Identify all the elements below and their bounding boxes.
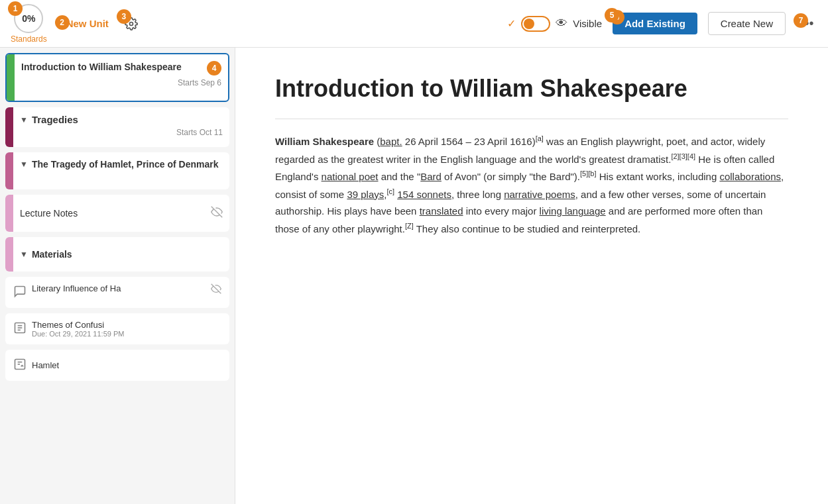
unit-title: Introduction to William Shakespeare (21, 61, 182, 73)
materials-color-bar (5, 237, 13, 272)
materials-card[interactable]: ▼ Materials (5, 237, 229, 272)
content-panel: Introduction to William Shakespeare Will… (235, 48, 828, 504)
themes-title: Themes of Confusi (32, 320, 221, 330)
lecture-color-bar (5, 195, 13, 232)
unit-content: Introduction to William Shakespeare 4 St… (15, 54, 228, 101)
tragedies-content: ▼ Tragedies Starts Oct 11 (13, 107, 229, 147)
hamlet-content: ▼ The Tragedy of Hamlet, Prince of Denma… (13, 152, 229, 189)
content-divider (275, 119, 788, 119)
top-bar: 1 0% Standards 2 + New Unit 3 5 ✓ 👁 Visi… (0, 0, 828, 48)
badge-2: 2 (55, 15, 70, 30)
lecture-title: Lecture Notes (20, 208, 78, 219)
hidden-eye-icon (211, 206, 223, 221)
badge-7: 7 (794, 13, 808, 28)
eye-icon: 👁 (556, 17, 567, 30)
visible-toggle[interactable] (521, 16, 550, 32)
visible-section: 5 ✓ 👁 Visible (507, 16, 602, 32)
hamlet-title: The Tragedy of Hamlet, Prince of Denmark (32, 159, 219, 170)
sidebar: Introduction to William Shakespeare 4 St… (0, 48, 235, 504)
materials-content: ▼ Materials (13, 237, 229, 272)
tragedies-card[interactable]: ▼ Tragedies Starts Oct 11 (5, 107, 229, 147)
more-section: 7 ••• (796, 16, 817, 31)
tragedies-title: Tragedies (32, 114, 78, 125)
hamlet-color-bar (5, 152, 13, 189)
assignment-icon (13, 321, 27, 338)
materials-chevron-icon: ▼ (20, 250, 28, 259)
main-layout: Introduction to William Shakespeare 4 St… (0, 48, 828, 504)
content-title: Introduction to William Shakespeare (275, 74, 788, 103)
svg-point-0 (129, 22, 133, 25)
add-existing-section: 6 Add Existing (613, 13, 697, 34)
literary-eye-icon (211, 283, 221, 296)
tragedies-color-bar (5, 107, 13, 147)
hamlet-sub-card[interactable]: ▼ The Tragedy of Hamlet, Prince of Denma… (5, 152, 229, 189)
unit-card-intro[interactable]: Introduction to William Shakespeare 4 St… (5, 53, 229, 102)
visible-label: Visible (573, 18, 602, 29)
new-unit-section: 2 + New Unit (58, 18, 109, 29)
quiz-icon (13, 358, 27, 374)
chevron-down-icon: ▼ (20, 115, 28, 125)
settings-section: 3 (119, 12, 143, 36)
badge-3: 3 (117, 9, 131, 24)
themes-content: Themes of Confusi Due: Oct 29, 2021 11:5… (32, 320, 221, 338)
badge-1: 1 (8, 1, 23, 16)
literary-title: Literary Influence of Ha (32, 283, 206, 293)
lecture-content: Lecture Notes (13, 195, 229, 232)
unit-color-bar (7, 54, 15, 101)
content-body: William Shakespeare (bapt. 26 April 1564… (275, 132, 788, 237)
lecture-notes-card[interactable]: Lecture Notes (5, 195, 229, 232)
standards-label: Standards (11, 34, 47, 44)
badge-4: 4 (207, 61, 221, 76)
themes-item[interactable]: Themes of Confusi Due: Oct 29, 2021 11:5… (5, 313, 229, 344)
content-bold-name: William Shakespeare (275, 136, 374, 147)
create-new-button[interactable]: Create New (708, 12, 786, 35)
discussion-icon (13, 285, 27, 301)
literary-influence-item[interactable]: Literary Influence of Ha (5, 277, 229, 308)
check-icon: ✓ (507, 17, 516, 30)
add-existing-button[interactable]: Add Existing (613, 13, 697, 34)
unit-date: Starts Sep 6 (21, 78, 221, 87)
standards-section: 1 0% Standards (11, 4, 47, 44)
hamlet-list-item[interactable]: Hamlet (5, 350, 229, 381)
tragedies-date: Starts Oct 11 (20, 128, 223, 137)
hamlet-chevron-icon: ▼ (20, 160, 28, 169)
materials-title: Materials (32, 249, 72, 260)
hamlet-item-title: Hamlet (32, 360, 221, 370)
themes-due: Due: Oct 29, 2021 11:59 PM (32, 330, 221, 338)
toggle-knob (524, 19, 534, 29)
badge-5: 5 (605, 8, 619, 23)
